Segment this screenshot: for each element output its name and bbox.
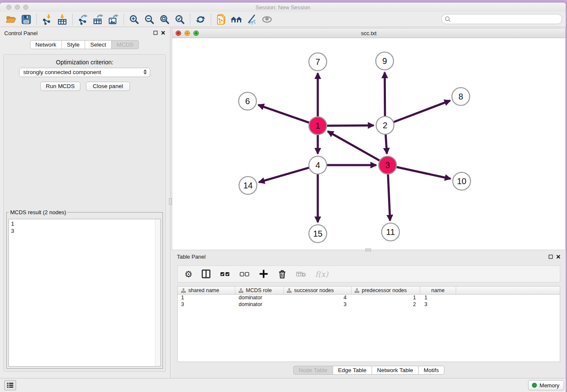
select-all-button[interactable]	[220, 269, 231, 279]
tab-mcds[interactable]: MCDS	[111, 40, 139, 49]
graph-node-label: 14	[243, 181, 253, 190]
zoom-selected-icon	[174, 14, 185, 25]
column-header-shared-name[interactable]: shared name	[178, 287, 235, 294]
open-session-button[interactable]	[3, 13, 19, 26]
tab-select[interactable]: Select	[85, 40, 112, 49]
graph-edge-3-1[interactable]	[328, 131, 381, 161]
export-network-button[interactable]	[75, 13, 91, 26]
run-mcds-button[interactable]: Run MCDS	[40, 82, 80, 91]
column-header-predecessor-nodes[interactable]: predecessor nodes	[352, 287, 420, 294]
table-cell[interactable]: 1	[420, 295, 456, 301]
graph-edge-2-8[interactable]	[393, 101, 450, 123]
search-icon	[445, 16, 451, 22]
graph-edge-2-9[interactable]	[385, 72, 385, 117]
table-panel-tabs: Node TableEdge TableNetwork TableMotifs	[293, 366, 445, 375]
main-toolbar	[0, 12, 566, 27]
tab-network[interactable]: Network	[30, 40, 62, 49]
result-line: 3	[11, 227, 158, 235]
table-cell[interactable]: dominator	[235, 301, 284, 308]
table-cell[interactable]: 3	[178, 301, 235, 308]
import-table-button[interactable]	[55, 13, 70, 26]
close-panel-button[interactable]: Close panel	[86, 82, 130, 91]
table-cell[interactable]: 1	[178, 295, 235, 301]
control-panel-tabs: NetworkStyleSelectMCDS	[30, 40, 139, 49]
zoom-selected-button[interactable]	[172, 13, 187, 26]
refresh-view-button[interactable]	[193, 13, 208, 26]
result-scrollbar[interactable]	[155, 219, 160, 366]
float-panel-icon[interactable]	[548, 254, 553, 259]
column-visibility-button[interactable]	[201, 269, 211, 279]
result-line: 1	[11, 220, 158, 227]
network-file-icon	[216, 14, 227, 25]
tab-network-table[interactable]: Network Table	[372, 366, 418, 375]
graph-node-label: 4	[315, 160, 320, 170]
memory-button[interactable]: Memory	[528, 380, 564, 390]
splitter-handle[interactable]	[169, 198, 172, 205]
mcds-result-area[interactable]: 13	[8, 219, 161, 367]
search-input[interactable]	[441, 14, 562, 24]
table-row[interactable]: 1dominator411	[178, 295, 560, 301]
graph-node-label: 7	[315, 57, 320, 66]
column-header-label: name	[431, 287, 444, 293]
select-stepper-icon	[143, 69, 147, 75]
mcds-result-lines: 13	[9, 219, 160, 235]
window-title: Session: New Session	[0, 4, 566, 11]
delete-column-button[interactable]	[277, 269, 287, 279]
graph-edge-1-6[interactable]	[258, 105, 310, 123]
toolbar-separator	[211, 14, 211, 25]
zoom-out-button[interactable]	[142, 13, 157, 26]
table-row[interactable]: 3dominator323	[178, 301, 560, 308]
tab-style[interactable]: Style	[61, 40, 85, 49]
table-cell[interactable]: dominator	[235, 295, 284, 301]
graph-edge-3-11[interactable]	[388, 173, 390, 221]
add-column-button[interactable]	[259, 269, 269, 279]
zoom-in-button[interactable]	[127, 13, 142, 26]
zoom-out-icon	[144, 14, 155, 25]
tab-motifs[interactable]: Motifs	[418, 366, 444, 375]
criterion-select[interactable]: strongly connected component	[19, 68, 150, 77]
network-window-titlebar[interactable]: × − + scc.txt	[172, 28, 565, 38]
graph-node-label: 10	[457, 177, 466, 186]
table-cell[interactable]: 2	[352, 301, 420, 308]
zoom-in-icon	[129, 14, 140, 25]
network-graph[interactable]: 7968124314101511	[172, 38, 565, 251]
zoom-fit-button[interactable]	[157, 13, 172, 26]
column-header-label: predecessor nodes	[362, 287, 407, 293]
criterion-value: strongly connected component	[23, 69, 101, 75]
horizontal-splitter-handle[interactable]	[365, 248, 371, 251]
table-header-row: shared nameMCDS rolesuccessor nodesprede…	[178, 287, 560, 295]
export-image-button[interactable]	[106, 13, 121, 26]
show-graphics-button[interactable]	[259, 13, 275, 26]
save-session-button[interactable]	[19, 13, 34, 26]
homes-button[interactable]	[229, 13, 244, 26]
eye-icon	[261, 14, 272, 25]
table-cell[interactable]: 3	[284, 301, 352, 308]
tab-edge-table[interactable]: Edge Table	[333, 366, 372, 375]
deselect-all-button[interactable]	[239, 269, 250, 279]
float-panel-icon[interactable]	[153, 30, 158, 35]
graph-edge-1-2[interactable]	[326, 125, 374, 126]
column-header-name[interactable]: name	[420, 287, 456, 294]
tab-node-table[interactable]: Node Table	[293, 366, 333, 375]
graph-node-label: 6	[245, 97, 250, 106]
delete-table-button-disabled[interactable]	[296, 269, 307, 279]
hide-graphics-button[interactable]	[244, 13, 259, 26]
table-cell[interactable]: 1	[352, 295, 420, 301]
export-table-button[interactable]	[91, 13, 106, 26]
new-network-file-button[interactable]	[214, 13, 229, 26]
show-tasks-button[interactable]	[4, 380, 16, 390]
table-settings-button[interactable]: ⚙	[184, 270, 193, 279]
table-cell[interactable]: 4	[284, 295, 352, 301]
close-panel-icon[interactable]	[556, 254, 561, 259]
close-panel-icon[interactable]	[161, 30, 165, 35]
graph-edge-3-10[interactable]	[396, 167, 451, 179]
function-builder-button-disabled[interactable]: f(x)	[315, 270, 328, 279]
graph-edge-4-14[interactable]	[259, 167, 310, 182]
network-canvas[interactable]: 7968124314101511	[172, 38, 565, 250]
table-cell[interactable]: 3	[420, 301, 456, 308]
column-header-successor-nodes[interactable]: successor nodes	[284, 287, 352, 294]
panel-splitter[interactable]	[169, 27, 172, 378]
import-network-button[interactable]	[39, 13, 55, 26]
graph-edge-2-3[interactable]	[385, 133, 387, 154]
column-header-mcds-role[interactable]: MCDS role	[235, 287, 284, 294]
